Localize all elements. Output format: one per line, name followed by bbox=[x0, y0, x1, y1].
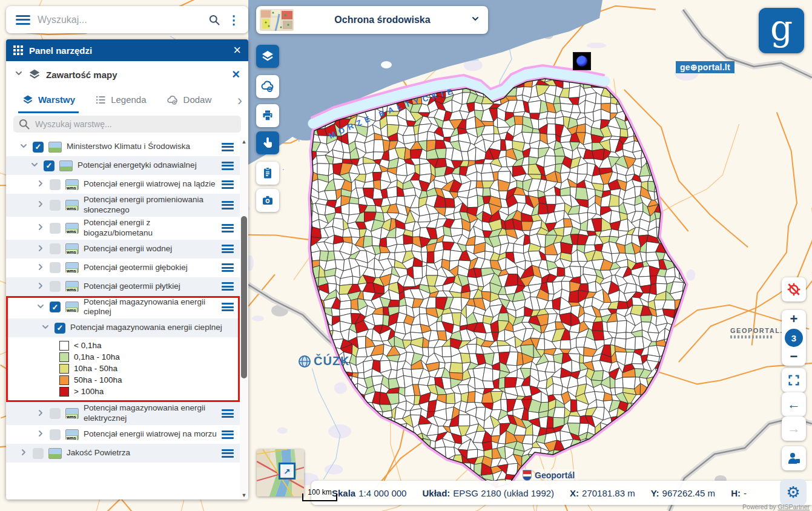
layer-search-input[interactable] bbox=[34, 119, 236, 130]
search-icon[interactable] bbox=[208, 14, 220, 26]
zoom-in-button[interactable]: + bbox=[790, 312, 798, 326]
search-icon bbox=[18, 118, 30, 130]
chevron-down-icon[interactable] bbox=[36, 302, 45, 312]
camera-tool-button[interactable] bbox=[256, 189, 279, 212]
panel-close-icon[interactable]: × bbox=[233, 44, 241, 57]
layer-checkbox-unchecked[interactable] bbox=[50, 281, 61, 292]
layer-menu-icon[interactable] bbox=[222, 162, 234, 170]
layer-checkbox-checked[interactable]: ✓ bbox=[33, 142, 44, 153]
chevron-right-icon[interactable] bbox=[19, 448, 28, 458]
layer-checkbox-unchecked[interactable] bbox=[50, 179, 61, 190]
chevron-right-icon[interactable] bbox=[36, 263, 45, 273]
layer-tree-row: Potencjał geotermii płytkiej bbox=[6, 277, 240, 296]
layer-menu-icon[interactable] bbox=[222, 263, 234, 272]
group-layer-icon bbox=[59, 160, 73, 171]
tab-dodawanie[interactable]: Dodaw bbox=[162, 88, 216, 113]
gear-icon: ⚙ bbox=[786, 484, 800, 500]
wms-layer-icon bbox=[65, 223, 79, 234]
layer-tree: ✓Ministerstwo Klimatu i Środowiska ✓Pote… bbox=[6, 137, 248, 499]
chevron-down-icon[interactable] bbox=[15, 69, 23, 80]
layer-tree-row: Potencjał energii wiatrowej na lądzie bbox=[6, 175, 240, 194]
print-tool-button[interactable] bbox=[256, 104, 279, 127]
zoom-level-badge: 3 bbox=[785, 329, 803, 347]
kebab-menu-icon[interactable]: ⋮ bbox=[228, 14, 240, 26]
x-coordinate: X:270181.83 m bbox=[570, 488, 635, 498]
fullscreen-button[interactable] bbox=[782, 368, 806, 392]
layer-checkbox-unchecked[interactable] bbox=[50, 200, 61, 211]
forward-arrow-icon: → bbox=[787, 422, 800, 435]
layer-checkbox-unchecked[interactable] bbox=[50, 243, 61, 254]
layer-menu-icon[interactable] bbox=[222, 303, 234, 311]
layer-checkbox-unchecked[interactable] bbox=[33, 448, 44, 459]
layer-menu-icon[interactable] bbox=[222, 143, 234, 151]
basemap-selector[interactable]: Ochrona środowiska bbox=[256, 6, 488, 34]
chevron-down-icon[interactable] bbox=[19, 142, 28, 152]
chevron-right-icon[interactable] bbox=[36, 179, 45, 190]
main-menu-icon[interactable] bbox=[16, 15, 30, 25]
layers-tool-button[interactable] bbox=[256, 45, 279, 68]
layer-menu-icon[interactable] bbox=[222, 180, 234, 189]
layer-menu-icon[interactable] bbox=[222, 201, 234, 209]
geolocation-off-button[interactable] bbox=[782, 277, 806, 302]
chevron-right-icon[interactable] bbox=[36, 429, 45, 440]
gispartner-link[interactable]: GISPartner bbox=[777, 503, 810, 510]
chevron-right-icon[interactable] bbox=[36, 282, 45, 292]
section-close-icon[interactable]: × bbox=[232, 68, 240, 81]
tool-panel: Panel narzędzi × Zawartość mapy × Warstw… bbox=[6, 39, 248, 499]
basemap-thumbnail bbox=[260, 9, 294, 31]
scroll-down-icon[interactable]: ▼ bbox=[240, 491, 248, 499]
wms-layer-icon bbox=[65, 243, 79, 254]
zoom-out-button[interactable]: − bbox=[790, 350, 798, 363]
layer-checkbox-unchecked[interactable] bbox=[50, 223, 61, 234]
legend-swatch bbox=[59, 375, 69, 385]
layer-tree-row: Potencjał energii wiatrowej na morzu bbox=[6, 425, 240, 444]
scroll-up-icon[interactable]: ▲ bbox=[240, 137, 248, 146]
chevron-down-icon[interactable] bbox=[30, 160, 39, 171]
chevron-right-icon[interactable] bbox=[36, 244, 45, 254]
geoportal-logo[interactable]: g bbox=[759, 8, 804, 53]
geoportal-caps-watermark: GEOPORTAL. bbox=[730, 327, 783, 338]
settings-button[interactable]: ⚙ bbox=[780, 479, 807, 506]
geoportal-sk-watermark: Geoportál bbox=[520, 469, 578, 481]
layer-checkbox-checked[interactable]: ✓ bbox=[54, 323, 65, 334]
apps-grid-icon[interactable] bbox=[13, 45, 23, 55]
wms-layer-icon bbox=[65, 281, 79, 292]
layer-menu-icon[interactable] bbox=[222, 449, 234, 458]
tab-legenda[interactable]: Legenda bbox=[91, 88, 150, 113]
layers-icon bbox=[260, 49, 275, 64]
layer-checkbox-unchecked[interactable] bbox=[50, 262, 61, 273]
chevron-right-icon[interactable] bbox=[36, 223, 45, 233]
layer-checkbox-checked[interactable]: ✓ bbox=[50, 302, 61, 312]
chevron-right-icon[interactable] bbox=[36, 200, 45, 210]
back-button[interactable]: ← bbox=[782, 392, 806, 417]
layer-menu-icon[interactable] bbox=[222, 245, 234, 253]
layer-checkbox-checked[interactable]: ✓ bbox=[44, 160, 54, 171]
tab-warstwy[interactable]: Warstwy bbox=[18, 88, 79, 113]
layer-checkbox-unchecked[interactable] bbox=[50, 408, 61, 419]
scrollbar-thumb[interactable] bbox=[241, 216, 247, 378]
layer-label: Potencjał geotermii płytkiej bbox=[84, 282, 217, 292]
share-position-button[interactable] bbox=[782, 446, 806, 470]
forward-button[interactable]: → bbox=[782, 417, 806, 441]
chevron-right-icon[interactable] bbox=[36, 409, 45, 419]
panel-scrollbar[interactable]: ▲ ▼ bbox=[240, 137, 248, 499]
layer-label: Potencjał energii wiatrowej na lądzie bbox=[84, 179, 217, 190]
search-input[interactable] bbox=[36, 14, 208, 26]
layer-menu-icon[interactable] bbox=[222, 409, 234, 418]
layer-menu-icon[interactable] bbox=[222, 430, 234, 439]
layer-checkbox-unchecked[interactable] bbox=[50, 429, 61, 440]
layer-tree-row: ✓Potencjał magazynowania energii cieplne… bbox=[6, 318, 240, 337]
chevron-down-icon[interactable] bbox=[41, 323, 50, 333]
zoom-control: + 3 − bbox=[782, 310, 806, 366]
tabs-next-icon[interactable]: › bbox=[237, 93, 242, 108]
clipboard-tool-button[interactable] bbox=[256, 162, 279, 185]
layer-menu-icon[interactable] bbox=[222, 282, 234, 291]
group-layer-icon bbox=[48, 448, 62, 459]
list-icon bbox=[94, 94, 107, 106]
layer-tree-row: Potencjał magazynowania energii elektryc… bbox=[6, 402, 240, 425]
cloud-add-tool-button[interactable] bbox=[256, 75, 279, 98]
minimap[interactable]: ↗ bbox=[257, 449, 304, 496]
layer-menu-icon[interactable] bbox=[222, 224, 234, 232]
expand-minimap-icon[interactable]: ↗ bbox=[279, 463, 295, 480]
touch-identify-tool-button[interactable] bbox=[256, 131, 279, 154]
